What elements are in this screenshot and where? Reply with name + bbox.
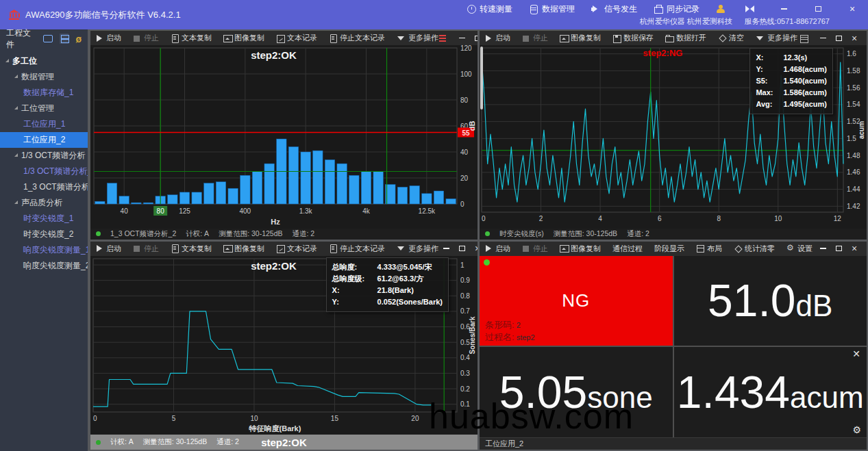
panel-maximize-button[interactable]: [454, 243, 469, 254]
svg-text:2: 2: [539, 215, 543, 222]
tree-item-2[interactable]: 数据库存储_1: [0, 85, 88, 101]
start-button[interactable]: 启动: [484, 244, 510, 254]
tree-item-12[interactable]: 响度尖锐度测量_1: [0, 242, 88, 258]
image-copy-button[interactable]: 图像复制: [223, 244, 264, 254]
tree-item-9[interactable]: 声品质分析: [0, 195, 88, 211]
result-tile[interactable]: NG 条形码:2 过程名:step2: [480, 256, 673, 346]
tree-item-3[interactable]: 工位管理: [0, 101, 88, 116]
layout-button[interactable]: 布局: [696, 244, 722, 254]
panel-close-button[interactable]: ×: [470, 243, 478, 254]
gear-icon: [786, 244, 795, 253]
table-icon[interactable]: [799, 34, 808, 42]
data-open-button[interactable]: 数据打开: [665, 33, 706, 43]
menu-label: 数据管理: [542, 3, 575, 15]
panel-maximize-button[interactable]: [470, 33, 478, 44]
tree-item-6[interactable]: 1/3 OCT频谱分析: [0, 148, 88, 164]
user-icon[interactable]: [716, 5, 726, 14]
gear-icon[interactable]: ⚙: [852, 425, 861, 435]
close-icon[interactable]: ✕: [852, 349, 860, 359]
start-button[interactable]: 启动: [484, 33, 510, 43]
svg-text:0.2: 0.2: [460, 385, 470, 392]
tree-item-0[interactable]: 多工位: [0, 53, 88, 69]
window-minimize-button[interactable]: [775, 3, 793, 15]
menu-signal-generate[interactable]: 信号发生: [591, 3, 637, 15]
tree-item-10[interactable]: 时变尖锐度_1: [0, 211, 88, 227]
tree-item-5[interactable]: 工位应用_2: [0, 132, 88, 148]
more-actions-button[interactable]: 更多操作: [756, 33, 797, 43]
tree-item-8[interactable]: 1_3 OCT频谱分析_2: [0, 179, 88, 195]
svg-text:6: 6: [658, 215, 662, 222]
stop-text-record-button[interactable]: 停止文本记录: [329, 33, 385, 43]
text-copy-button[interactable]: 文本复制: [171, 244, 212, 254]
spl-tile[interactable]: 51.0dB: [674, 256, 867, 346]
oct-chart-area[interactable]: 0204060801001205540801254001.3k4k12.5kHz…: [90, 45, 478, 229]
play-icon: [484, 34, 493, 42]
stop-button[interactable]: 停止: [522, 33, 548, 43]
svg-text:Hz: Hz: [271, 218, 280, 226]
image-copy-button[interactable]: 图像复制: [560, 33, 601, 43]
tree-item-1[interactable]: 数据管理: [0, 69, 88, 85]
menu-sync-record[interactable]: 同步记录: [654, 3, 699, 15]
panel-minimize-button[interactable]: [454, 33, 469, 44]
panel-minimize-button[interactable]: [815, 243, 830, 254]
rec-icon: [276, 244, 284, 253]
loudness-chart-area[interactable]: 0.10.20.30.40.50.60.70.80.9105101520特征响度…: [90, 256, 478, 435]
img-icon: [560, 34, 568, 42]
stats-reset-button[interactable]: 统计清零: [734, 244, 775, 254]
monitor-icon[interactable]: [43, 35, 53, 42]
sone-tile[interactable]: 5.05sone: [480, 347, 673, 437]
panel-maximize-button[interactable]: [831, 33, 846, 44]
barcode-value: 2: [517, 321, 521, 329]
expander-icon[interactable]: [14, 75, 18, 78]
start-button[interactable]: 启动: [95, 33, 121, 43]
image-copy-button[interactable]: 图像复制: [223, 33, 264, 43]
sharpness-status-bar: 时变尖锐度(s)测量范围: 30-125dB通道: 2: [480, 229, 867, 240]
panel-minimize-button[interactable]: [438, 243, 454, 254]
start-button[interactable]: 启动: [95, 244, 121, 254]
titlebar: AWA6290多功能信号分析软件 V6.4.2.1 转速测量 数据管理 信号发生…: [0, 0, 868, 29]
image-copy-button[interactable]: 图像复制: [560, 244, 601, 254]
more-actions-button[interactable]: 更多操作: [397, 244, 438, 254]
clear-button[interactable]: 清空: [718, 33, 744, 43]
tree-item-11[interactable]: 时变尖锐度_2: [0, 227, 88, 242]
alarm-list-icon[interactable]: [438, 34, 447, 42]
svg-text:1.6: 1.6: [847, 50, 856, 57]
tree-item-7[interactable]: 1/3 OCT频谱分析_1: [0, 164, 88, 179]
comm-process-button[interactable]: 通信过程: [612, 244, 643, 254]
data-save-button[interactable]: 数据保存: [612, 33, 654, 43]
window-maximize-button[interactable]: [809, 3, 827, 15]
expander-icon[interactable]: [14, 106, 18, 109]
window-close-button[interactable]: ×: [843, 3, 861, 15]
expander-icon[interactable]: [14, 153, 18, 157]
theme-icon[interactable]: [745, 5, 755, 14]
panel-loudness: 启动停止文本复制图像复制文本记录停止文本记录更多操作 × 0.10.20.30.…: [90, 242, 478, 450]
panel-close-button[interactable]: ×: [847, 243, 862, 254]
panel-minimize-button[interactable]: [815, 33, 830, 44]
stage-display-button[interactable]: 阶段显示: [654, 244, 684, 254]
tree-item-13[interactable]: 响度尖锐度测量_2: [0, 258, 88, 274]
play-icon: [95, 34, 103, 42]
panel-maximize-button[interactable]: [831, 243, 846, 254]
menu-data-manage[interactable]: 数据管理: [529, 3, 575, 15]
stop-button[interactable]: 停止: [522, 244, 548, 254]
text-record-button[interactable]: 文本记录: [276, 244, 317, 254]
stop-button[interactable]: 停止: [133, 244, 159, 254]
panel-close-button[interactable]: ×: [847, 33, 862, 44]
expander-icon[interactable]: [5, 59, 9, 62]
menu-speed-measure[interactable]: 转速测量: [467, 3, 512, 15]
stop-button[interactable]: 停止: [133, 33, 159, 43]
service-hotline: 服务热线:0571-88672767: [745, 16, 830, 27]
text-record-button[interactable]: 文本记录: [276, 33, 317, 43]
more-actions-button[interactable]: 更多操作: [397, 33, 438, 43]
tree-item-4[interactable]: 工位应用_1: [0, 116, 88, 132]
settings-button[interactable]: 设置: [786, 244, 813, 254]
svg-text:4: 4: [598, 215, 602, 222]
acum-tile[interactable]: ✕ 1.434acum ⚙: [674, 347, 867, 437]
expander-icon[interactable]: [14, 201, 18, 204]
eye-off-icon[interactable]: [75, 34, 82, 44]
text-copy-button[interactable]: 文本复制: [171, 33, 212, 43]
sharpness-chart-area[interactable]: 1.421.441.461.481.51.521.541.561.581.602…: [480, 45, 867, 229]
zoom-slider[interactable]: [480, 47, 483, 109]
layout-grid-icon[interactable]: [60, 34, 69, 44]
stop-text-record-button[interactable]: 停止文本记录: [329, 244, 385, 254]
